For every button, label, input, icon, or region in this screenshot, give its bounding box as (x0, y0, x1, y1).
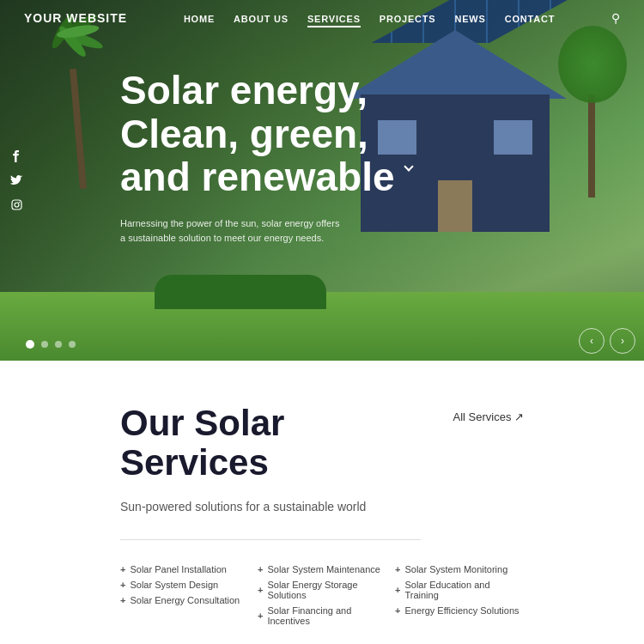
hero-title: Solar energy, Clean, green, and renewabl… (120, 69, 447, 199)
house-window-right (494, 120, 532, 155)
service-item: +Solar Financing and Incentives (258, 603, 386, 629)
instagram-icon[interactable] (9, 197, 24, 212)
slider-next-button[interactable]: › (610, 328, 635, 354)
palm-trunk (70, 69, 87, 189)
facebook-icon[interactable] (9, 149, 24, 164)
slider-dots (26, 340, 76, 349)
service-item: +Energy Efficiency Solutions (395, 603, 524, 618)
navbar: YOUR WEBSITE HOME ABOUT US SERVICES PROJ… (0, 0, 644, 36)
services-col-1: +Solar Panel Installation +Solar System … (120, 562, 249, 629)
trees-right (558, 26, 627, 197)
slider-dot-2[interactable] (41, 341, 48, 348)
palm-tree-left (52, 17, 103, 189)
service-item: +Solar Energy Consultation (120, 592, 249, 608)
site-logo[interactable]: YOUR WEBSITE (24, 11, 127, 25)
service-item: +Solar Energy Storage Solutions (258, 577, 386, 603)
all-services-link[interactable]: All Services ↗ (453, 410, 524, 423)
slider-dot-1[interactable] (26, 340, 34, 349)
services-list: +Solar Panel Installation +Solar System … (120, 562, 524, 629)
svg-point-1 (15, 203, 19, 207)
slider-dot-4[interactable] (69, 341, 76, 348)
services-title-block: Our Solar Services (120, 404, 284, 483)
services-divider (120, 539, 421, 540)
services-col-3: +Solar System Monitoring +Solar Educatio… (395, 562, 524, 629)
twitter-icon[interactable] (9, 173, 24, 188)
search-icon[interactable]: ⚲ (611, 11, 620, 25)
nav-news[interactable]: NEWS (454, 14, 485, 24)
services-title: Our Solar Services (120, 404, 284, 483)
hero-section: YOUR WEBSITE HOME ABOUT US SERVICES PROJ… (0, 0, 644, 361)
svg-rect-0 (12, 200, 21, 210)
services-header: Our Solar Services All Services ↗ (120, 404, 524, 483)
nav-projects[interactable]: PROJECTS (380, 14, 436, 24)
slider-dot-3[interactable] (55, 341, 62, 348)
services-subtitle: Sun-powered solutions for a sustainable … (120, 500, 524, 513)
nav-contact[interactable]: CONTACT (505, 14, 556, 24)
service-item: +Solar System Maintenance (258, 562, 386, 577)
nav-about[interactable]: ABOUT US (234, 14, 289, 24)
svg-point-2 (18, 201, 20, 203)
slider-prev-button[interactable]: ‹ (579, 328, 605, 354)
hedge (155, 275, 326, 309)
service-item: +Solar System Monitoring (395, 562, 524, 577)
social-icons (9, 149, 24, 212)
nav-links: HOME ABOUT US SERVICES PROJECTS NEWS CON… (184, 10, 555, 26)
hero-description: Harnessing the power of the sun, solar e… (120, 216, 343, 246)
nav-home[interactable]: HOME (184, 14, 215, 24)
nav-services[interactable]: SERVICES (307, 14, 361, 27)
service-item: +Solar System Design (120, 577, 249, 592)
services-col-2: +Solar System Maintenance +Solar Energy … (258, 562, 386, 629)
hero-content: Solar energy, Clean, green, and renewabl… (120, 69, 447, 246)
service-item: +Solar Education and Training (395, 577, 524, 603)
services-section: Our Solar Services All Services ↗ Sun-po… (0, 361, 644, 644)
service-item: +Solar Panel Installation (120, 562, 249, 577)
